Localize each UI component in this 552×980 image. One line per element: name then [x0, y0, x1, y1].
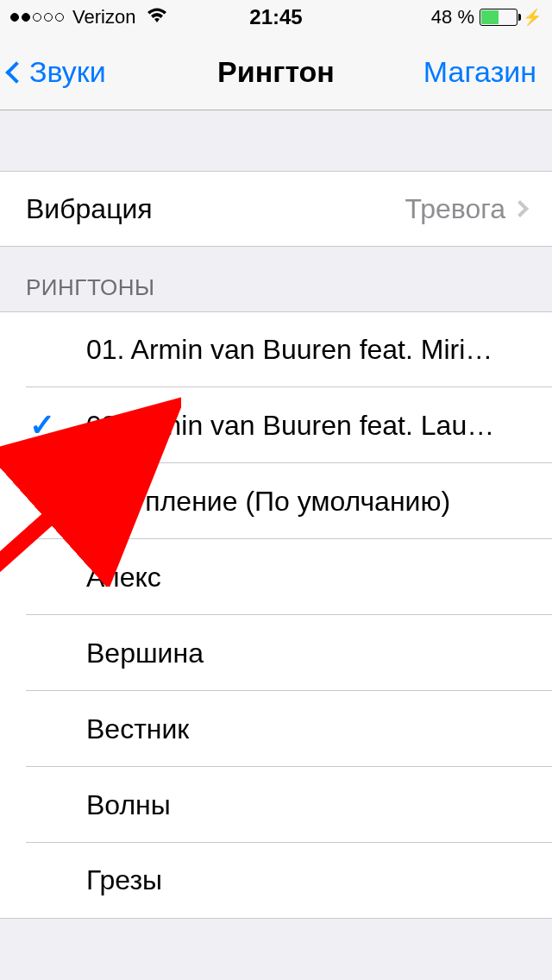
ringtone-item[interactable]: Вершина: [0, 615, 552, 691]
section-header-ringtones: РИНГТОНЫ: [0, 247, 552, 311]
ringtone-item[interactable]: Вступление (По умолчанию): [0, 463, 552, 539]
status-bar: Verizon 21:45 48 % ⚡: [0, 0, 552, 35]
status-left: Verizon: [10, 5, 249, 29]
ringtone-label: Вестник: [86, 713, 526, 745]
checkmark-icon: ✓: [29, 407, 55, 443]
vibration-cell[interactable]: Вибрация Тревога: [0, 171, 552, 247]
ringtone-label: Апекс: [86, 562, 526, 594]
battery-percent: 48 %: [431, 6, 474, 28]
ringtone-label: 01. Armin van Buuren feat. Miri…: [86, 334, 526, 366]
ringtone-item[interactable]: ✓ 08. Armin van Buuren feat. Lau…: [0, 387, 552, 463]
chevron-right-icon: [511, 200, 529, 217]
battery-icon: [480, 9, 518, 26]
wifi-icon: [146, 5, 168, 29]
ringtone-label: Грезы: [86, 864, 526, 896]
ringtone-label: Волны: [86, 789, 526, 821]
carrier-label: Verizon: [72, 6, 135, 28]
chevron-left-icon: [5, 61, 27, 83]
vibration-value: Тревога: [405, 193, 505, 225]
ringtone-item[interactable]: Грезы: [0, 843, 552, 919]
signal-strength-icon: [10, 13, 64, 22]
back-label: Звуки: [29, 55, 106, 89]
ringtone-list: 01. Armin van Buuren feat. Miri… ✓ 08. A…: [0, 311, 552, 919]
ringtone-item[interactable]: Вестник: [0, 691, 552, 767]
status-time: 21:45: [249, 5, 302, 29]
ringtone-item[interactable]: Волны: [0, 767, 552, 843]
ringtone-label: Вступление (По умолчанию): [86, 486, 526, 518]
nav-bar: Звуки Рингтон Магазин: [0, 35, 552, 110]
store-button[interactable]: Магазин: [423, 55, 536, 89]
page-title: Рингтон: [217, 55, 335, 89]
ringtone-item[interactable]: Апекс: [0, 539, 552, 615]
back-button[interactable]: Звуки: [9, 55, 106, 89]
charging-icon: ⚡: [523, 8, 542, 27]
ringtone-item[interactable]: 01. Armin van Buuren feat. Miri…: [0, 311, 552, 387]
ringtone-label: Вершина: [86, 638, 526, 669]
ringtone-label: 08. Armin van Buuren feat. Lau…: [86, 410, 526, 442]
status-right: 48 % ⚡: [303, 6, 542, 28]
vibration-label: Вибрация: [26, 193, 405, 225]
